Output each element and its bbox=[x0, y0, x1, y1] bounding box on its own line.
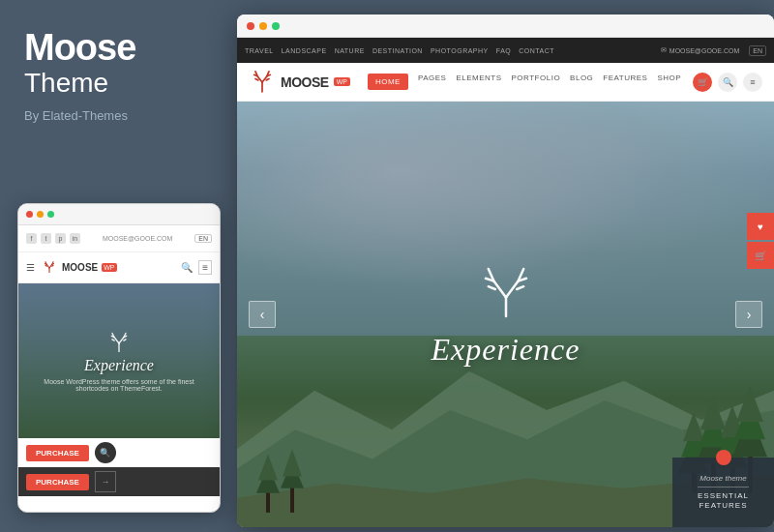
main-nav-features[interactable]: FEATURES bbox=[603, 74, 647, 90]
desktop-logo: MOOSE WP bbox=[249, 69, 350, 96]
left-panel: Moose Theme By Elated-Themes f t p in MO… bbox=[0, 0, 232, 532]
mobile-purchase-icon[interactable]: 🔍 bbox=[95, 442, 116, 463]
desktop-main-nav: MOOSE WP HOME PAGES ELEMENTS PORTFOLIO B… bbox=[237, 63, 774, 102]
mobile-antler-icon bbox=[41, 259, 58, 277]
main-nav-home[interactable]: HOME bbox=[368, 74, 408, 90]
brand-subtitle: Theme bbox=[24, 68, 208, 99]
main-nav-elements[interactable]: ELEMENTS bbox=[456, 74, 501, 90]
mobile-purchase-button[interactable]: PURCHASE bbox=[26, 445, 89, 461]
mobile-hero-title: Experience bbox=[84, 357, 154, 374]
main-nav-portfolio[interactable]: PORTFOLIO bbox=[512, 74, 561, 90]
hamburger-icon[interactable]: ☰ bbox=[26, 262, 35, 273]
facebook-icon: f bbox=[26, 233, 37, 244]
mobile-purchase-bar2: PURCHASE → bbox=[18, 467, 220, 496]
hero-arrow-left[interactable]: ‹ bbox=[249, 301, 276, 328]
nav-link-landscape[interactable]: LANDSCAPE bbox=[282, 47, 327, 54]
main-nav-pages[interactable]: PAGES bbox=[418, 74, 446, 90]
twitter-icon: t bbox=[41, 233, 51, 244]
menu-icon[interactable]: ≡ bbox=[743, 73, 762, 92]
mobile-hero: Experience Moose WordPress theme offers … bbox=[18, 283, 220, 438]
nav-link-contact[interactable]: CONTACT bbox=[519, 47, 554, 54]
mobile-dot-red bbox=[26, 211, 33, 218]
nav-link-destination[interactable]: DESTINATION bbox=[372, 47, 423, 54]
essential-features-badge: Moose theme ESSENTIAL FEATURES bbox=[672, 458, 774, 527]
desktop-logo-text: MOOSE bbox=[281, 74, 329, 90]
side-button-wishlist[interactable]: ♥ bbox=[747, 213, 774, 240]
pinterest-icon: p bbox=[55, 233, 66, 244]
mobile-social-icons: f t p in bbox=[26, 233, 80, 244]
desktop-antler-icon bbox=[249, 69, 276, 96]
desktop-dot-red bbox=[247, 22, 254, 30]
desktop-main-links: HOME PAGES ELEMENTS PORTFOLIO BLOG FEATU… bbox=[368, 74, 685, 90]
nav-link-nature[interactable]: NATURE bbox=[335, 47, 365, 54]
mobile-lang[interactable]: EN bbox=[194, 234, 212, 243]
desktop-dot-yellow bbox=[259, 22, 267, 30]
badge-theme-label: Moose theme bbox=[700, 474, 746, 483]
main-nav-blog[interactable]: BLOG bbox=[570, 74, 593, 90]
badge-essential-text: ESSENTIAL FEATURES bbox=[680, 491, 766, 512]
mobile-arrow-icon[interactable]: → bbox=[95, 471, 116, 492]
mobile-search-icon[interactable]: 🔍 bbox=[181, 262, 193, 273]
search-icon[interactable]: 🔍 bbox=[718, 73, 737, 92]
desktop-hero: Experience ‹ › ♥ 🛒 Moose theme ESSENTIAL… bbox=[237, 102, 774, 527]
desktop-toolbar: TRAVEL LANDSCAPE NATURE DESTINATION PHOT… bbox=[237, 38, 774, 63]
hero-arrow-right[interactable]: › bbox=[735, 301, 762, 328]
mobile-hero-subtitle: Moose WordPress theme offers some of the… bbox=[18, 378, 220, 392]
desktop-mockup: TRAVEL LANDSCAPE NATURE DESTINATION PHOT… bbox=[237, 15, 774, 527]
mobile-email: MOOSE@GOOE.COM bbox=[86, 235, 189, 242]
mobile-purchase-bar: PURCHASE 🔍 bbox=[18, 438, 220, 467]
instagram-icon: in bbox=[70, 233, 80, 244]
main-nav-shop[interactable]: SHOP bbox=[657, 74, 681, 90]
hero-antler-icon bbox=[472, 261, 540, 324]
nav-link-photography[interactable]: PHOTOGRAPHY bbox=[431, 47, 489, 54]
mobile-logo: MOOSE WP bbox=[41, 259, 175, 277]
mobile-dot-yellow bbox=[37, 211, 44, 218]
mobile-mockup: f t p in MOOSE@GOOE.COM EN ☰ bbox=[17, 203, 221, 513]
mobile-logo-text: MOOSE bbox=[62, 262, 98, 273]
hero-title: Experience bbox=[432, 332, 580, 368]
mobile-window-bar bbox=[18, 204, 220, 225]
mobile-nav: ☰ MOOSE WP 🔍 ≡ bbox=[18, 252, 220, 283]
cart-icon[interactable]: 🛒 bbox=[693, 73, 712, 92]
desktop-window-bar bbox=[237, 15, 774, 38]
nav-link-travel[interactable]: TRAVEL bbox=[245, 47, 274, 54]
brand-name: Moose bbox=[24, 29, 208, 66]
mobile-menu-icon[interactable]: ≡ bbox=[198, 260, 212, 275]
brand-author: By Elated-Themes bbox=[24, 108, 208, 123]
mobile-purchase-button2[interactable]: PURCHASE bbox=[26, 474, 89, 490]
desktop-lang-select[interactable]: EN bbox=[749, 45, 766, 56]
desktop-nav-icons: 🛒 🔍 ≡ bbox=[693, 73, 762, 92]
desktop-logo-wp: WP bbox=[334, 77, 350, 86]
mobile-logo-wp: WP bbox=[102, 263, 116, 272]
desktop-top-nav: TRAVEL LANDSCAPE NATURE DESTINATION PHOT… bbox=[245, 47, 651, 54]
desktop-email: ✉ MOOSE@GOOE.COM bbox=[661, 46, 739, 54]
mobile-toolbar: f t p in MOOSE@GOOE.COM EN bbox=[18, 225, 220, 252]
badge-divider bbox=[698, 487, 749, 488]
side-button-cart[interactable]: 🛒 bbox=[747, 242, 774, 269]
mobile-hero-antler-icon bbox=[105, 330, 133, 357]
desktop-dot-green bbox=[272, 22, 280, 30]
nav-link-faq[interactable]: FAQ bbox=[496, 47, 512, 54]
mobile-dot-green bbox=[47, 211, 54, 218]
badge-dot bbox=[716, 450, 731, 465]
